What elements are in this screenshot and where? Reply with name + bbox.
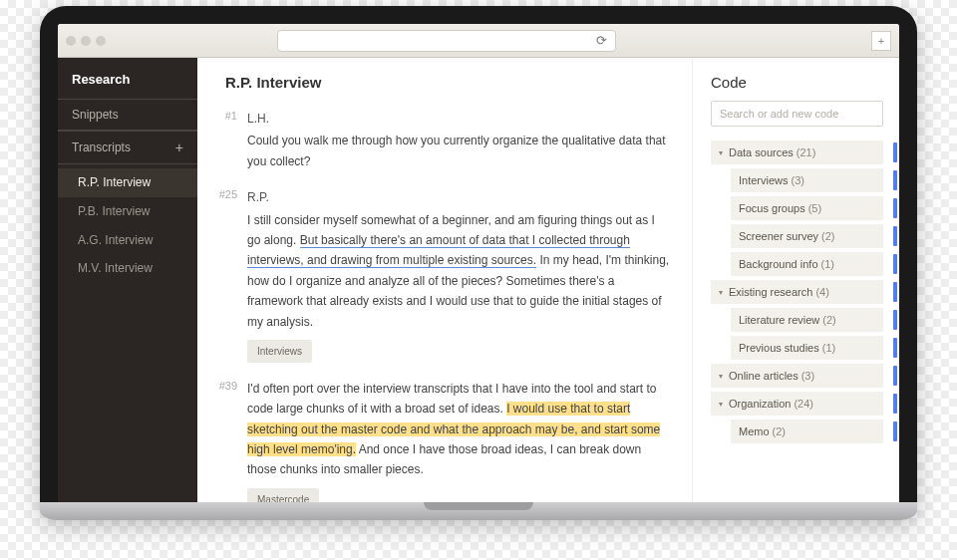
color-stripe	[893, 421, 897, 441]
color-stripe	[893, 310, 897, 330]
laptop-base	[40, 502, 917, 520]
window-controls[interactable]	[66, 36, 106, 46]
transcript-entry: #39 I'd often port over the interview tr…	[201, 379, 670, 502]
entry-body[interactable]: L.H. Could you walk me through how you c…	[247, 109, 670, 171]
code-panel-title: Code	[711, 74, 883, 91]
transcript-entry: #25 R.P. I still consider myself somewha…	[201, 187, 670, 363]
code-count: (4)	[815, 286, 828, 298]
entry-body[interactable]: I'd often port over the interview transc…	[247, 379, 670, 502]
code-label: Organization	[729, 398, 791, 410]
line-number: #1	[201, 109, 247, 171]
code-item[interactable]: Literature review(2)	[731, 308, 883, 332]
code-item[interactable]: Previous studies(1)	[731, 336, 883, 360]
line-number: #25	[201, 187, 247, 363]
laptop-bezel: ⟳ + Research Snippets Transcripts + R.P.…	[40, 6, 917, 502]
color-stripe	[893, 282, 897, 302]
code-count: (3)	[801, 370, 814, 382]
sidebar-item-mv[interactable]: M.V. Interview	[58, 254, 197, 283]
sidebar-section-transcripts[interactable]: Transcripts +	[58, 131, 197, 164]
color-stripe	[893, 254, 897, 274]
laptop-frame: ⟳ + Research Snippets Transcripts + R.P.…	[40, 6, 917, 520]
code-group-header[interactable]: ▾ Organization (24)	[711, 392, 883, 416]
entry-text[interactable]: I still consider myself somewhat of a be…	[247, 210, 670, 332]
code-item[interactable]: Focus groups(5)	[731, 196, 883, 220]
code-group: ▾ Organization (24) Memo(2)	[711, 392, 883, 443]
code-group: ▾ Existing research (4) Literature revie…	[711, 280, 883, 360]
traffic-light-max[interactable]	[96, 36, 106, 46]
traffic-light-close[interactable]	[66, 36, 76, 46]
code-group: ▾ Data sources (21) Interviews(3) Focus …	[711, 140, 883, 276]
code-group-header[interactable]: ▾ Data sources (21)	[711, 140, 883, 164]
code-group-header[interactable]: ▾ Existing research (4)	[711, 280, 883, 304]
new-tab-button[interactable]: +	[871, 31, 891, 51]
speaker-label: R.P.	[247, 187, 670, 207]
sidebar: Research Snippets Transcripts + R.P. Int…	[58, 58, 197, 502]
code-search-input[interactable]	[711, 101, 883, 127]
code-item[interactable]: Screener survey(2)	[731, 224, 883, 248]
add-transcript-icon[interactable]: +	[175, 140, 183, 155]
sidebar-item-rp[interactable]: R.P. Interview	[58, 168, 197, 197]
transcript-content: R.P. Interview #1 L.H. Could you walk me…	[197, 58, 692, 502]
entry-text[interactable]: Could you walk me through how you curren…	[247, 131, 670, 171]
chevron-down-icon: ▾	[719, 372, 723, 381]
address-bar[interactable]: ⟳	[277, 30, 616, 52]
chevron-down-icon: ▾	[719, 148, 723, 157]
app-root: Research Snippets Transcripts + R.P. Int…	[58, 58, 899, 502]
color-stripe	[893, 226, 897, 246]
code-item[interactable]: Background info(1)	[731, 252, 883, 276]
entry-body[interactable]: R.P. I still consider myself somewhat of…	[247, 187, 670, 363]
code-item[interactable]: Interviews(3)	[731, 168, 883, 192]
code-label: Data sources	[729, 146, 794, 158]
browser-chrome: ⟳ +	[58, 24, 899, 58]
code-label: Existing research	[729, 286, 812, 298]
sidebar-section-snippets[interactable]: Snippets	[58, 99, 197, 131]
sidebar-item-list: R.P. Interview P.B. Interview A.G. Inter…	[58, 164, 197, 287]
chevron-down-icon: ▾	[719, 400, 723, 409]
color-stripe	[893, 366, 897, 386]
color-stripe	[893, 338, 897, 358]
transcript-entry: #1 L.H. Could you walk me through how yo…	[201, 109, 670, 171]
sidebar-section-label: Snippets	[72, 108, 119, 122]
sidebar-title: Research	[58, 58, 197, 99]
code-label: Online articles	[729, 370, 798, 382]
line-number: #39	[201, 379, 247, 502]
code-group: ▾ Online articles (3)	[711, 364, 883, 388]
color-stripe	[893, 198, 897, 218]
sidebar-item-ag[interactable]: A.G. Interview	[58, 226, 197, 255]
code-tag[interactable]: Mastercode	[247, 488, 319, 502]
screen: ⟳ + Research Snippets Transcripts + R.P.…	[58, 24, 899, 502]
chevron-down-icon: ▾	[719, 288, 723, 297]
traffic-light-min[interactable]	[81, 36, 91, 46]
sidebar-item-pb[interactable]: P.B. Interview	[58, 197, 197, 226]
entry-text[interactable]: I'd often port over the interview transc…	[247, 379, 670, 480]
code-group-header[interactable]: ▾ Online articles (3)	[711, 364, 883, 388]
color-stripe	[893, 142, 897, 162]
sidebar-section-label: Transcripts	[72, 140, 131, 154]
code-panel: Code ▾ Data sources (21) Interviews(3) F…	[692, 58, 899, 502]
code-count: (24)	[794, 398, 813, 410]
main: R.P. Interview #1 L.H. Could you walk me…	[197, 58, 899, 502]
reload-icon[interactable]: ⟳	[596, 33, 607, 48]
speaker-label: L.H.	[247, 109, 670, 129]
color-stripe	[893, 394, 897, 414]
color-stripe	[893, 170, 897, 190]
page-title: R.P. Interview	[201, 74, 670, 109]
code-count: (21)	[797, 146, 816, 158]
code-item[interactable]: Memo(2)	[731, 420, 883, 443]
code-tag[interactable]: Interviews	[247, 340, 312, 363]
